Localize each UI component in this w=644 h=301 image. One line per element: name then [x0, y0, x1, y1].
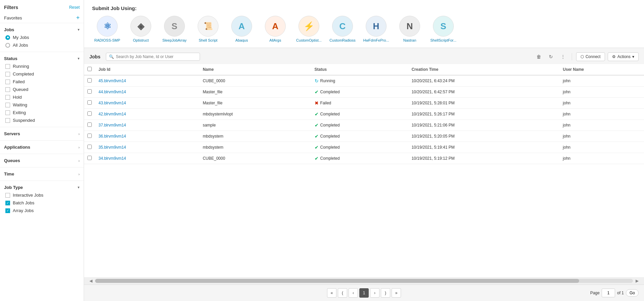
- row-checkbox-4[interactable]: [87, 122, 92, 127]
- job-id-link-4[interactable]: 37.blrvm9vm14: [98, 123, 126, 128]
- current-page-button[interactable]: 1: [359, 288, 369, 298]
- exiting-checkbox[interactable]: [5, 110, 10, 115]
- job-icon-sleepjobarray[interactable]: SSleepJobArray: [159, 16, 190, 42]
- job-icon-shell-script[interactable]: 📜Shell Script: [193, 16, 223, 42]
- queues-section-header[interactable]: Queues ›: [0, 157, 84, 164]
- array-jobs-checkbox[interactable]: ✓: [5, 208, 10, 213]
- search-input[interactable]: [116, 54, 197, 59]
- go-button[interactable]: Go: [626, 289, 639, 297]
- job-icon-customoptist---[interactable]: ⚡CustomOptist...: [294, 16, 324, 42]
- suspended-checkbox[interactable]: [5, 118, 10, 123]
- sidebar-item-suspended[interactable]: Suspended: [0, 116, 84, 124]
- waiting-checkbox[interactable]: [5, 103, 10, 107]
- creation-time-cell-2: 10/19/2021, 5:28:01 PM: [408, 98, 559, 109]
- sidebar-item-waiting[interactable]: Waiting: [0, 101, 84, 109]
- job-id-link-3[interactable]: 42.blrvm9vm14: [98, 112, 126, 116]
- reset-button[interactable]: Reset: [69, 5, 80, 10]
- sidebar-item-array-jobs[interactable]: ✓ Array Jobs: [0, 207, 84, 214]
- connect-button[interactable]: ⬡ Connect: [576, 52, 605, 61]
- table-row[interactable]: 35.blrvm9vm14mbdsystem✔Completed10/19/20…: [84, 142, 644, 153]
- scrollbar-track[interactable]: [95, 279, 633, 283]
- job-id-link-2[interactable]: 43.blrvm9vm14: [98, 101, 126, 105]
- job-icon-allargs[interactable]: AAllArgs: [260, 16, 290, 42]
- job-icon-optistruct[interactable]: ◈Optistruct: [126, 16, 156, 42]
- jobs-section-header[interactable]: Jobs ▾: [0, 26, 84, 34]
- job-id-link-6[interactable]: 35.blrvm9vm14: [98, 145, 126, 150]
- scroll-left-arrow[interactable]: ◀: [89, 279, 92, 283]
- row-checkbox-7[interactable]: [87, 156, 92, 160]
- table-row[interactable]: 37.blrvm9vm14sample✔Completed10/19/2021,…: [84, 120, 644, 131]
- status-section-header[interactable]: Status ▾: [0, 55, 84, 62]
- sidebar-item-interactive-jobs[interactable]: Interactive Jobs: [0, 191, 84, 199]
- job-icon-abaqus[interactable]: AAbaqus: [227, 16, 257, 42]
- job-icon-shellscriptfor---[interactable]: SShellScriptFor...: [428, 16, 458, 42]
- prev-page-button[interactable]: ‹: [349, 288, 358, 298]
- job-id-link-5[interactable]: 36.blrvm9vm14: [98, 134, 126, 139]
- interactive-jobs-checkbox[interactable]: [5, 193, 10, 198]
- table-row[interactable]: 36.blrvm9vm14mbdsystem✔Completed10/19/20…: [84, 131, 644, 142]
- applications-section-header[interactable]: Applications ›: [0, 143, 84, 151]
- next-page-button[interactable]: ›: [370, 288, 379, 298]
- job-icon-radioss-smp[interactable]: ⚛RADIOSS-SMP: [92, 16, 122, 42]
- sidebar-item-my-jobs[interactable]: My Jobs: [0, 34, 84, 41]
- next-paren-button[interactable]: ): [381, 288, 390, 298]
- select-all-checkbox[interactable]: [87, 67, 92, 71]
- row-checkbox-2[interactable]: [87, 100, 92, 105]
- col-user-name: User Name: [560, 64, 644, 75]
- connect-icon: ⬡: [580, 54, 584, 59]
- first-page-button[interactable]: «: [327, 288, 336, 298]
- refresh-button[interactable]: ↻: [546, 52, 556, 61]
- failed-checkbox[interactable]: [5, 80, 10, 84]
- prev-paren-button[interactable]: (: [338, 288, 347, 298]
- job-id-link-7[interactable]: 34.blrvm9vm14: [98, 156, 126, 161]
- sidebar-item-hold[interactable]: Hold: [0, 93, 84, 101]
- row-checkbox-0[interactable]: [87, 78, 92, 83]
- search-box[interactable]: 🔍: [106, 53, 200, 61]
- table-row[interactable]: 43.blrvm9vm14Master_file✖Failed10/19/202…: [84, 98, 644, 109]
- batch-jobs-checkbox[interactable]: ✓: [5, 201, 10, 205]
- sidebar-item-running[interactable]: Running: [0, 62, 84, 70]
- job-icon-label-8: HwFdmFePro...: [363, 38, 389, 42]
- sidebar-item-queued[interactable]: Queued: [0, 86, 84, 93]
- row-checkbox-5[interactable]: [87, 134, 92, 138]
- completed-checkbox[interactable]: [5, 72, 10, 77]
- row-checkbox-3[interactable]: [87, 111, 92, 116]
- sidebar-item-exiting[interactable]: Exiting: [0, 109, 84, 116]
- horizontal-scrollbar[interactable]: ◀ ▶: [84, 277, 644, 285]
- select-all-header[interactable]: [84, 64, 95, 75]
- job-icon-label-5: AllArgs: [270, 38, 281, 42]
- batch-jobs-label: Batch Jobs: [13, 200, 34, 205]
- add-favorite-button[interactable]: +: [76, 15, 80, 21]
- job-id-cell-2: 43.blrvm9vm14: [95, 98, 199, 109]
- servers-section-header[interactable]: Servers ›: [0, 130, 84, 138]
- running-checkbox[interactable]: [5, 64, 10, 69]
- job-id-link-0[interactable]: 45.blrvm9vm14: [98, 79, 126, 83]
- more-options-button[interactable]: ⋮: [558, 52, 568, 61]
- sidebar-item-failed[interactable]: Failed: [0, 78, 84, 86]
- sidebar-item-all-jobs[interactable]: All Jobs: [0, 41, 84, 49]
- job-icon-customradioss[interactable]: CCustomRadioss: [327, 16, 358, 42]
- table-row[interactable]: 44.blrvm9vm14Master_file✔Completed10/20/…: [84, 87, 644, 98]
- sidebar-item-completed[interactable]: Completed: [0, 70, 84, 78]
- page-input[interactable]: [602, 289, 615, 297]
- actions-button[interactable]: ⚙ Actions ▾: [608, 52, 639, 61]
- last-page-button[interactable]: »: [392, 288, 401, 298]
- row-checkbox-6[interactable]: [87, 145, 92, 149]
- queued-checkbox[interactable]: [5, 87, 10, 92]
- row-checkbox-1[interactable]: [87, 89, 92, 94]
- job-id-link-1[interactable]: 44.blrvm9vm14: [98, 90, 126, 94]
- table-row[interactable]: 34.blrvm9vm14CUBE_0000✔Completed10/19/20…: [84, 153, 644, 164]
- table-row[interactable]: 45.blrvm9vm14CUBE_0000↻Running10/20/2021…: [84, 75, 644, 87]
- job-icon-hwfdmfepro---[interactable]: HHwFdmFePro...: [361, 16, 391, 42]
- job-type-section-header[interactable]: Job Type ▾: [0, 184, 84, 191]
- time-section-header[interactable]: Time ›: [0, 170, 84, 178]
- scrollbar-thumb[interactable]: [95, 279, 579, 283]
- scroll-right-arrow[interactable]: ▶: [636, 279, 639, 283]
- my-jobs-radio[interactable]: [5, 35, 10, 40]
- hold-checkbox[interactable]: [5, 95, 10, 100]
- delete-button[interactable]: 🗑: [534, 52, 544, 61]
- job-icon-nastran[interactable]: NNastran: [395, 16, 425, 42]
- table-row[interactable]: 42.blrvm9vm14mbdsystemlvlopt✔Completed10…: [84, 109, 644, 120]
- sidebar-item-batch-jobs[interactable]: ✓ Batch Jobs: [0, 199, 84, 207]
- all-jobs-radio[interactable]: [5, 43, 10, 48]
